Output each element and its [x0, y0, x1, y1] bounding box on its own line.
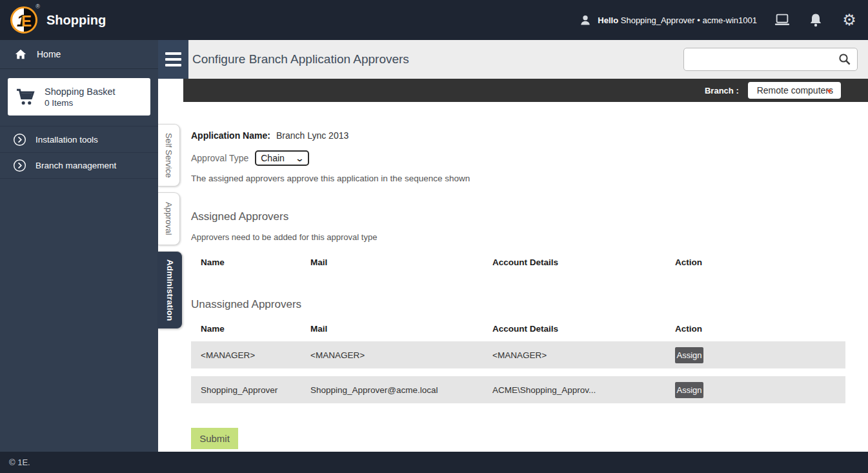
greeting-user: Shopping_Approver • acme-win1001 [621, 15, 757, 25]
column-header-mail: Mail [310, 324, 492, 334]
page-content: Application Name: Branch Lync 2013 Appro… [183, 102, 868, 449]
cell-name: <MANAGER> [201, 350, 310, 360]
cell-mail: Shopping_Approver@acme.local [310, 385, 492, 395]
sidebar-item-installation-tools[interactable]: Installation tools [0, 126, 158, 152]
top-bar: 1 E ® Shopping Hello Shopping_Approver •… [0, 0, 868, 40]
chevron-circle-icon [13, 133, 26, 146]
unassigned-approvers-heading: Unassigned Approvers [191, 298, 868, 311]
branch-bar: Branch : Remote computers [183, 79, 868, 102]
column-header-mail: Mail [310, 257, 492, 267]
page-footer: © 1E. [0, 452, 868, 473]
search-icon[interactable] [838, 52, 852, 66]
table-row: <MANAGER> <MANAGER> <MANAGER> Assign [191, 341, 845, 368]
assign-button[interactable]: Assign [675, 382, 703, 398]
user-icon [577, 12, 594, 28]
shopping-cart-icon [15, 88, 36, 106]
approval-type-value: Chain [261, 153, 285, 163]
application-name-value: Branch Lync 2013 [276, 130, 348, 141]
search-box [683, 48, 858, 71]
registered-mark: ® [35, 3, 40, 10]
branch-selector-button[interactable]: Remote computers [748, 82, 841, 99]
column-header-account: Account Details [492, 257, 675, 267]
cell-mail: <MANAGER> [310, 350, 492, 360]
approval-type-label: Approval Type [191, 153, 248, 163]
cell-account: <MANAGER> [492, 350, 675, 360]
chevron-down-icon: ⌄ [296, 154, 305, 163]
tab-strip: Self Service Approval Administration [158, 40, 183, 452]
branch-label: Branch : [705, 86, 739, 96]
column-header-action: Action [675, 324, 845, 334]
search-input[interactable] [691, 50, 838, 69]
table-row: Shopping_Approver Shopping_Approver@acme… [191, 376, 845, 403]
assigned-table-header: Name Mail Account Details Action [191, 257, 845, 267]
sidebar-item-label: Installation tools [35, 135, 98, 145]
column-header-name: Name [201, 324, 310, 334]
cell-name: Shopping_Approver [201, 385, 310, 395]
shopping-basket-card[interactable]: Shopping Basket 0 Items [8, 78, 150, 116]
tab-self-service[interactable]: Self Service [158, 124, 180, 186]
1e-logo[interactable]: 1 E ® [10, 6, 37, 34]
page-title: Configure Branch Application Approvers [192, 52, 409, 66]
column-header-name: Name [201, 257, 310, 267]
sidebar: Home Shopping Basket 0 Items Installatio… [0, 40, 158, 452]
chevron-circle-icon [13, 159, 26, 172]
application-name-label: Application Name: [191, 130, 270, 141]
assigned-approvers-heading: Assigned Approvers [191, 210, 868, 223]
assigned-approvers-note: Approvers need to be added for this appr… [191, 232, 868, 242]
logo-e: E [21, 12, 32, 30]
assign-button[interactable]: Assign [675, 347, 703, 363]
sidebar-home-label: Home [37, 49, 61, 59]
greeting-hello: Hello [598, 15, 618, 25]
home-icon [14, 48, 27, 60]
tab-administration[interactable]: Administration [158, 251, 183, 329]
settings-gear-icon[interactable]: ⚙ [841, 12, 858, 28]
basket-title: Shopping Basket [45, 86, 116, 97]
copyright-text: © 1E. [9, 458, 30, 467]
column-header-action: Action [675, 257, 845, 267]
cell-account: ACME\Shopping_Approv... [492, 385, 675, 395]
notifications-bell-icon[interactable] [807, 12, 824, 28]
main-area: Configure Branch Application Approvers B… [183, 40, 868, 452]
column-header-account: Account Details [492, 324, 675, 334]
unassigned-table-header: Name Mail Account Details Action [191, 324, 845, 334]
tab-approval[interactable]: Approval [158, 192, 180, 245]
sidebar-item-label: Branch management [35, 161, 116, 170]
sidebar-item-branch-management[interactable]: Branch management [0, 152, 158, 179]
menu-hamburger-icon[interactable] [158, 40, 188, 79]
sidebar-item-home[interactable]: Home [0, 40, 158, 69]
computer-icon[interactable] [774, 12, 791, 28]
approval-description: The assigned approvers approve this appl… [191, 174, 868, 183]
basket-count: 0 Items [45, 98, 116, 108]
submit-button[interactable]: Submit [191, 428, 238, 449]
page-header: Configure Branch Application Approvers [183, 40, 868, 79]
dropdown-caret-icon [827, 90, 832, 94]
user-greeting: Hello Shopping_Approver • acme-win1001 [577, 12, 757, 28]
approval-type-select[interactable]: Chain ⌄ [255, 150, 309, 166]
app-title: Shopping [46, 13, 106, 28]
